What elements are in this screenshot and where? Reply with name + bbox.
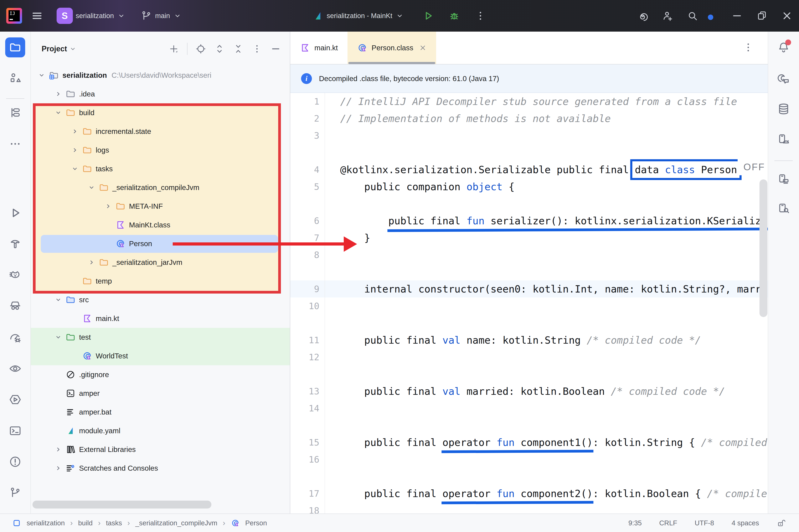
caret-position[interactable]: 9:35	[629, 519, 642, 527]
device-explorer-tool-button[interactable]	[774, 198, 794, 218]
tab-person-class[interactable]: Person.class	[347, 32, 436, 64]
run-tool-button[interactable]	[5, 203, 25, 223]
tree-row-tasks[interactable]: tasks	[31, 159, 290, 178]
expand-all-button[interactable]	[214, 43, 225, 54]
breadcrumb-item-person[interactable]: Person	[245, 519, 267, 527]
project-tool-button[interactable]	[5, 37, 25, 57]
collapse-all-button[interactable]	[233, 43, 244, 54]
select-opened-file-button[interactable]	[195, 43, 206, 54]
tree-row-meta-inf[interactable]: META-INF	[31, 197, 290, 215]
services-tool-button[interactable]	[5, 390, 25, 410]
profiler-tool-button[interactable]	[5, 328, 25, 348]
close-button[interactable]	[781, 10, 793, 22]
ai-assistant-tool-button[interactable]	[774, 69, 794, 89]
debug-button[interactable]	[448, 10, 460, 22]
profiler-incognito-tool-button[interactable]	[5, 296, 25, 316]
tree-horizontal-scrollbar[interactable]	[33, 500, 212, 509]
tree-chevron-icon[interactable]	[54, 332, 65, 342]
tree-row-amper-bat[interactable]: amper.bat	[31, 403, 290, 421]
search-everywhere-icon[interactable]	[687, 10, 698, 22]
breadcrumb-item-build[interactable]: build	[78, 519, 93, 527]
ai-assistant-icon[interactable]	[637, 10, 648, 22]
project-selector[interactable]: S serialitzation	[52, 6, 130, 26]
restore-button[interactable]	[756, 10, 768, 22]
code-line-6[interactable]: 6 public final fun serializer(): kotlinx…	[290, 212, 768, 229]
tree-row--serialitzation-jarjvm[interactable]: _serialitzation_jarJvm	[31, 253, 290, 272]
breadcrumb-item--serialitzation-compilejvm[interactable]: _serialitzation_compileJvm	[135, 519, 217, 527]
device-mirror-tool-button[interactable]	[774, 169, 794, 189]
tree-row-incremental-state[interactable]: incremental.state	[31, 122, 290, 141]
tree-chevron-icon[interactable]	[54, 295, 65, 304]
code-line-17[interactable]: 17 public final operator fun component2(…	[290, 485, 768, 502]
branch-selector[interactable]: main	[136, 6, 186, 26]
code-line-9[interactable]: 9 internal constructor(seen0: kotlin.Int…	[290, 281, 768, 298]
terminal-tool-button[interactable]	[5, 421, 25, 441]
tree-chevron-icon[interactable]	[87, 183, 98, 192]
more-tool-windows-button[interactable]	[5, 134, 25, 154]
tree-row-amper[interactable]: amper	[31, 384, 290, 403]
tree-row-module-yaml[interactable]: module.yaml	[31, 421, 290, 440]
tree-row-serialitzation[interactable]: serialitzationC:\Users\david\Workspace\s…	[31, 66, 290, 84]
tree-chevron-icon[interactable]	[70, 146, 82, 155]
tree-row-scratches-and-consoles[interactable]: Scratches and Consoles	[31, 459, 290, 477]
hide-panel-button[interactable]	[270, 43, 281, 54]
build-tool-button[interactable]	[5, 234, 25, 254]
more-run-actions-button[interactable]	[475, 10, 486, 22]
code-line-11[interactable]: 11 public final val name: kotlin.String …	[290, 331, 768, 349]
tab-options-kebab-icon[interactable]	[742, 42, 754, 53]
tree-chevron-icon[interactable]	[54, 89, 65, 98]
tree-chevron-icon[interactable]	[54, 108, 65, 117]
running-devices-tool-button[interactable]	[774, 129, 794, 149]
add-button[interactable]	[168, 43, 179, 54]
editor-vertical-scrollbar[interactable]	[760, 179, 767, 317]
database-tool-button[interactable]	[774, 99, 794, 119]
tree-row-main-kt[interactable]: main.kt	[31, 309, 290, 328]
breadcrumb-item-serialitzation[interactable]: serialitzation	[26, 519, 65, 527]
tab-main-kt[interactable]: main.kt	[290, 32, 347, 64]
version-control-tool-button[interactable]	[5, 483, 25, 503]
tree-chevron-icon[interactable]	[87, 258, 98, 267]
tree-chevron-icon[interactable]	[54, 445, 65, 454]
commit-tool-button[interactable]	[5, 103, 25, 123]
code-line-5[interactable]: 5 public companion object {	[290, 178, 768, 195]
structure-tool-button[interactable]	[5, 68, 25, 88]
tree-chevron-icon[interactable]	[37, 71, 49, 80]
main-menu-icon[interactable]	[31, 10, 43, 22]
panel-options-button[interactable]	[252, 43, 262, 54]
code-vision-eye-tool-button[interactable]	[5, 359, 25, 379]
notifications-tool-button[interactable]	[774, 37, 794, 57]
code-line-7[interactable]: 7 }	[290, 229, 768, 246]
tree-row-build[interactable]: build	[31, 103, 290, 122]
code-line-14[interactable]: 14	[290, 400, 768, 417]
code-line-15[interactable]: 15 public final operator fun component1(…	[290, 434, 768, 451]
ai-cat-tool-button[interactable]	[5, 265, 25, 285]
code-line-2[interactable]: 2// Implementation of methods is not ava…	[290, 110, 768, 127]
code-line-3[interactable]: 3	[290, 127, 768, 144]
minimize-button[interactable]	[731, 10, 743, 22]
tree-row-temp[interactable]: temp	[31, 272, 290, 290]
code-line-12[interactable]: 12	[290, 349, 768, 366]
tree-row-external-libraries[interactable]: External Libraries	[31, 440, 290, 459]
code-line-1[interactable]: 1// IntelliJ API Decompiler stub source …	[290, 93, 768, 110]
code-with-me-icon[interactable]	[662, 10, 673, 22]
tree-chevron-icon[interactable]	[70, 164, 82, 173]
tree-row--gitignore[interactable]: .gitignore	[31, 365, 290, 384]
tree-row-logs[interactable]: logs	[31, 141, 290, 159]
breadcrumb-item-tasks[interactable]: tasks	[106, 519, 122, 527]
tree-chevron-icon[interactable]	[104, 202, 115, 211]
tree-row--serialitzation-compilejvm[interactable]: _serialitzation_compileJvm	[31, 178, 290, 197]
project-panel-title[interactable]: Project	[42, 44, 67, 53]
line-ending[interactable]: CRLF	[659, 519, 677, 527]
tree-row-src[interactable]: src	[31, 290, 290, 309]
tree-row-test[interactable]: test	[31, 328, 290, 346]
code-line-18[interactable]: 18	[290, 502, 768, 513]
code-line-13[interactable]: 13 public final val married: kotlin.Bool…	[290, 383, 768, 400]
file-encoding[interactable]: UTF-8	[694, 519, 714, 527]
tree-row--idea[interactable]: .idea	[31, 84, 290, 103]
file-lock-icon[interactable]	[777, 518, 786, 528]
tree-chevron-icon[interactable]	[70, 127, 82, 136]
indent-setting[interactable]: 4 spaces	[731, 519, 759, 527]
code-line-10[interactable]: 10	[290, 298, 768, 315]
tree-chevron-icon[interactable]	[54, 463, 65, 473]
code-line-4[interactable]: 4@kotlinx.serialization.Serializable pub…	[290, 161, 768, 178]
